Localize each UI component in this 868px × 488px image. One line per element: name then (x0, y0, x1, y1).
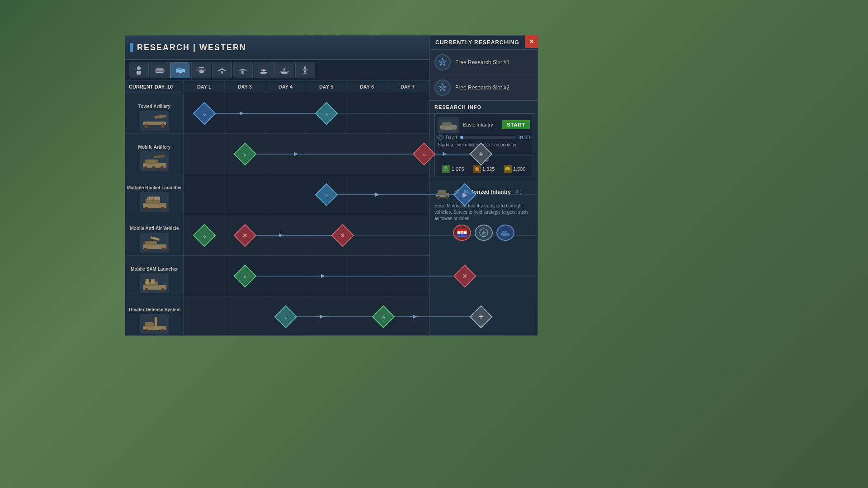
day-header-1: DAY 1 (184, 80, 225, 93)
svg-point-69 (442, 129, 444, 131)
research-info-section: RESEARCH INFO Basic Infantry START Day 1 (430, 100, 538, 180)
tab-helicopter[interactable] (191, 62, 211, 78)
tab-infantry[interactable] (129, 62, 149, 78)
svg-rect-32 (154, 155, 165, 158)
connector-extend (335, 113, 536, 114)
svg-rect-57 (155, 317, 157, 327)
connector-td: ··▶·· (294, 316, 375, 317)
svg-rect-89 (502, 231, 507, 234)
connector-mrl-ext (473, 194, 536, 195)
svg-rect-21 (261, 70, 266, 71)
moto-badges-row: ★ (434, 225, 533, 241)
slot-1-icon (434, 54, 451, 70)
progress-bar (460, 136, 516, 139)
svg-point-54 (161, 288, 165, 292)
cost-green-icon (442, 165, 450, 173)
info-unit-img (438, 117, 459, 133)
label-mobile-artillery: Mobile Artillery (125, 134, 184, 174)
svg-point-34 (152, 166, 156, 170)
moto-badge-type[interactable] (475, 225, 493, 241)
label-mrl: Multiple Rocket Launcher (125, 174, 184, 215)
moto-description: Basic Motorized Infantry transported by … (434, 203, 533, 222)
right-panel: × CURRENTLY RESEARCHING Free Research Sl… (429, 35, 538, 336)
svg-point-47 (144, 248, 147, 251)
labels-column: CURRENT DAY: 10 Towed Artillery Mobile A… (125, 80, 184, 335)
svg-point-70 (453, 129, 455, 131)
research-info-header: RESEARCH INFO (434, 104, 533, 110)
day-header-5: DAY 5 (306, 80, 347, 93)
svg-point-5 (137, 66, 141, 70)
svg-rect-8 (156, 68, 163, 70)
research-slot-1[interactable]: Free Research Slot #1 (430, 50, 538, 75)
svg-text:★: ★ (461, 231, 463, 235)
time-label: 01:30 (519, 135, 530, 140)
tab-missile[interactable] (295, 62, 315, 78)
svg-point-66 (441, 86, 444, 89)
svg-rect-45 (145, 241, 157, 245)
mrl-img (140, 192, 169, 212)
day-progress: Day 1 01:30 (438, 135, 530, 140)
svg-rect-19 (241, 70, 244, 74)
svg-point-35 (160, 166, 164, 170)
moto-badge-nation[interactable]: ★ (453, 225, 471, 241)
tab-armor[interactable] (150, 62, 170, 78)
svg-point-43 (161, 207, 165, 211)
info-unit-row: Basic Infantry START (438, 117, 530, 133)
svg-rect-14 (199, 70, 204, 73)
label-mobile-aa: Mobile Anti-Air Vehicle (125, 215, 184, 256)
svg-rect-11 (177, 68, 182, 70)
title-accent (130, 43, 133, 52)
svg-rect-72 (444, 166, 447, 168)
moto-header-row: ★ Motorized Infantry ⓘ (434, 184, 533, 200)
cost-gold-icon (504, 165, 512, 173)
connector-mrl: ···▶··· (335, 194, 457, 195)
theater-defense-img (140, 314, 169, 334)
svg-rect-6 (137, 71, 141, 75)
svg-rect-78 (438, 190, 446, 194)
svg-point-80 (445, 197, 448, 200)
svg-rect-31 (145, 160, 158, 164)
tab-support[interactable] (274, 62, 294, 78)
currently-researching-header: CURRENTLY RESEARCHING (430, 36, 538, 50)
svg-point-33 (144, 166, 147, 170)
current-day-label: CURRENT DAY: 10 (125, 80, 184, 93)
mobile-artillery-img (140, 151, 169, 171)
day-header-7: DAY 7 (387, 80, 428, 93)
mobile-aa-img (140, 233, 169, 253)
day-label: Day 1 (446, 135, 458, 140)
svg-point-59 (161, 329, 165, 333)
tab-motorized[interactable] (170, 62, 190, 78)
svg-rect-9 (155, 70, 165, 72)
label-towed-artillery: Towed Artillery (125, 93, 184, 134)
info-unit-name: Basic Infantry (463, 122, 502, 127)
connector-ma-8-9: ·▶· (432, 154, 473, 155)
day-header-4: DAY 4 (265, 80, 306, 93)
research-slot-2[interactable]: Free Research Slot #2 (430, 75, 538, 100)
cost-1: 1,075 (442, 165, 464, 173)
svg-point-28 (144, 124, 149, 128)
cost-orange-icon (473, 165, 481, 173)
tab-bomber[interactable] (233, 62, 253, 78)
connector-aa: ··▶·· (253, 235, 335, 236)
connector-sam-ext (473, 276, 536, 277)
progress-fill (460, 136, 463, 139)
close-button[interactable]: × (525, 35, 538, 48)
svg-point-12 (177, 72, 179, 75)
svg-rect-25 (302, 69, 308, 70)
slot-1-label: Free Research Slot #1 (455, 59, 509, 66)
svg-point-48 (162, 248, 165, 251)
moto-badge-vehicle[interactable] (496, 225, 514, 241)
svg-point-58 (145, 329, 148, 333)
svg-point-79 (437, 197, 440, 200)
day-header-6: DAY 6 (347, 80, 387, 93)
svg-point-74 (476, 168, 478, 170)
cost-1-value: 1,075 (452, 166, 464, 172)
start-research-button[interactable]: START (502, 120, 530, 129)
svg-point-53 (145, 288, 148, 292)
towed-artillery-img (140, 111, 169, 131)
svg-rect-17 (198, 67, 204, 68)
svg-rect-68 (442, 122, 452, 126)
tab-fighter[interactable] (212, 62, 232, 78)
cost-2-value: 1,325 (482, 166, 495, 172)
tab-naval[interactable] (254, 62, 274, 78)
